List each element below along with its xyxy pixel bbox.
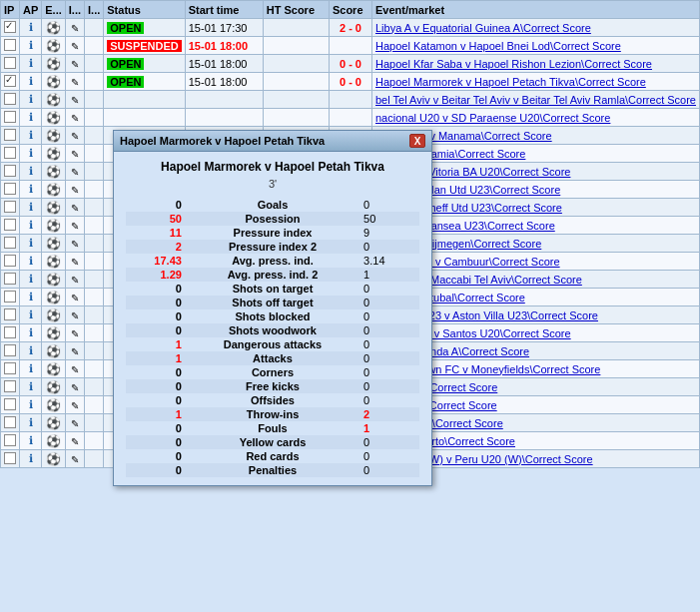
info-cell[interactable]: ℹ [20, 199, 42, 217]
info-cell[interactable]: ℹ [20, 37, 42, 55]
row-checkbox[interactable] [4, 93, 16, 105]
info-icon[interactable]: ℹ [29, 219, 33, 231]
info-icon[interactable]: ℹ [29, 183, 33, 195]
info-icon[interactable]: ℹ [29, 416, 33, 428]
info-icon[interactable]: ℹ [29, 93, 33, 105]
row-checkbox[interactable] [4, 21, 16, 33]
info-cell[interactable]: ℹ [20, 432, 42, 450]
event-cell[interactable]: Hapoel Kfar Saba v Hapoel Rishon Lezion\… [372, 55, 700, 73]
row-checkbox[interactable] [4, 416, 16, 428]
edit-cell[interactable]: ✎ [65, 127, 84, 145]
checkbox-cell[interactable] [1, 163, 20, 181]
row-checkbox[interactable] [4, 57, 16, 69]
info-cell[interactable]: ℹ [20, 91, 42, 109]
event-link[interactable]: Hapoel Kfar Saba v Hapoel Rishon Lezion\… [375, 58, 652, 70]
row-checkbox[interactable] [4, 452, 16, 464]
event-cell[interactable]: nacional U20 v SD Paraense U20\Correct S… [372, 109, 700, 127]
checkbox-cell[interactable] [1, 289, 20, 306]
row-checkbox[interactable] [4, 255, 16, 267]
info-cell[interactable]: ℹ [20, 289, 42, 306]
info-icon[interactable]: ℹ [29, 308, 33, 320]
info-cell[interactable]: ℹ [20, 73, 42, 91]
event-link[interactable]: bel Tel Aviv v Beitar Tel Aviv v Beitar … [375, 94, 696, 106]
info-cell[interactable]: ℹ [20, 271, 42, 289]
info-cell[interactable]: ℹ [20, 235, 42, 253]
info-icon[interactable]: ℹ [29, 39, 33, 51]
info-cell[interactable]: ℹ [20, 145, 42, 163]
row-checkbox[interactable] [4, 344, 16, 356]
edit-icon[interactable]: ✎ [71, 77, 79, 88]
checkbox-cell[interactable] [1, 396, 20, 414]
edit-cell[interactable]: ✎ [65, 271, 84, 289]
checkbox-cell[interactable] [1, 360, 20, 378]
info-cell[interactable]: ℹ [20, 55, 42, 73]
edit-icon[interactable]: ✎ [71, 436, 79, 447]
event-link[interactable]: Libya A v Equatorial Guinea A\Correct Sc… [375, 22, 591, 34]
row-checkbox[interactable] [4, 326, 16, 338]
info-icon[interactable]: ℹ [29, 380, 33, 392]
checkbox-cell[interactable] [1, 324, 20, 342]
edit-icon[interactable]: ✎ [71, 59, 79, 70]
row-checkbox[interactable] [4, 111, 16, 123]
row-checkbox[interactable] [4, 183, 16, 195]
checkbox-cell[interactable] [1, 91, 20, 109]
checkbox-cell[interactable] [1, 342, 20, 360]
info-cell[interactable]: ℹ [20, 450, 42, 468]
event-link[interactable]: Hapoel Katamon v Hapoel Bnei Lod\Correct… [375, 40, 621, 52]
edit-icon[interactable]: ✎ [71, 454, 79, 465]
info-cell[interactable]: ℹ [20, 19, 42, 37]
edit-cell[interactable]: ✎ [65, 414, 84, 432]
edit-cell[interactable]: ✎ [65, 235, 84, 253]
info-icon[interactable]: ℹ [29, 75, 33, 87]
edit-cell[interactable]: ✎ [65, 253, 84, 271]
info-icon[interactable]: ℹ [29, 255, 33, 267]
event-cell[interactable]: Hapoel Marmorek v Hapoel Petach Tikva\Co… [372, 73, 700, 91]
row-checkbox[interactable] [4, 434, 16, 446]
info-cell[interactable]: ℹ [20, 217, 42, 235]
edit-cell[interactable]: ✎ [65, 378, 84, 396]
edit-icon[interactable]: ✎ [71, 167, 79, 178]
info-icon[interactable]: ℹ [29, 273, 33, 285]
checkbox-cell[interactable] [1, 145, 20, 163]
edit-icon[interactable]: ✎ [71, 41, 79, 52]
info-icon[interactable]: ℹ [29, 201, 33, 213]
row-checkbox[interactable] [4, 201, 16, 213]
info-cell[interactable]: ℹ [20, 181, 42, 199]
info-icon[interactable]: ℹ [29, 291, 33, 303]
edit-cell[interactable]: ✎ [65, 55, 84, 73]
info-cell[interactable]: ℹ [20, 342, 42, 360]
checkbox-cell[interactable] [1, 235, 20, 253]
info-icon[interactable]: ℹ [29, 111, 33, 123]
info-icon[interactable]: ℹ [29, 147, 33, 159]
checkbox-cell[interactable] [1, 271, 20, 289]
edit-icon[interactable]: ✎ [71, 328, 79, 339]
info-cell[interactable]: ℹ [20, 109, 42, 127]
edit-icon[interactable]: ✎ [71, 113, 79, 124]
edit-cell[interactable]: ✎ [65, 199, 84, 217]
checkbox-cell[interactable] [1, 414, 20, 432]
row-checkbox[interactable] [4, 147, 16, 159]
info-icon[interactable]: ℹ [29, 398, 33, 410]
info-cell[interactable]: ℹ [20, 378, 42, 396]
edit-cell[interactable]: ✎ [65, 324, 84, 342]
row-checkbox[interactable] [4, 398, 16, 410]
edit-cell[interactable]: ✎ [65, 360, 84, 378]
checkbox-cell[interactable] [1, 181, 20, 199]
edit-icon[interactable]: ✎ [71, 239, 79, 250]
checkbox-cell[interactable] [1, 253, 20, 271]
info-icon[interactable]: ℹ [29, 21, 33, 33]
edit-cell[interactable]: ✎ [65, 450, 84, 468]
info-cell[interactable]: ℹ [20, 324, 42, 342]
edit-cell[interactable]: ✎ [65, 19, 84, 37]
info-icon[interactable]: ℹ [29, 237, 33, 249]
modal-close-button[interactable]: X [409, 134, 425, 148]
edit-icon[interactable]: ✎ [71, 400, 79, 411]
info-icon[interactable]: ℹ [29, 362, 33, 374]
info-icon[interactable]: ℹ [29, 57, 33, 69]
edit-cell[interactable]: ✎ [65, 396, 84, 414]
info-icon[interactable]: ℹ [29, 326, 33, 338]
event-cell[interactable]: bel Tel Aviv v Beitar Tel Aviv v Beitar … [372, 91, 700, 109]
checkbox-cell[interactable] [1, 450, 20, 468]
row-checkbox[interactable] [4, 129, 16, 141]
edit-cell[interactable]: ✎ [65, 217, 84, 235]
